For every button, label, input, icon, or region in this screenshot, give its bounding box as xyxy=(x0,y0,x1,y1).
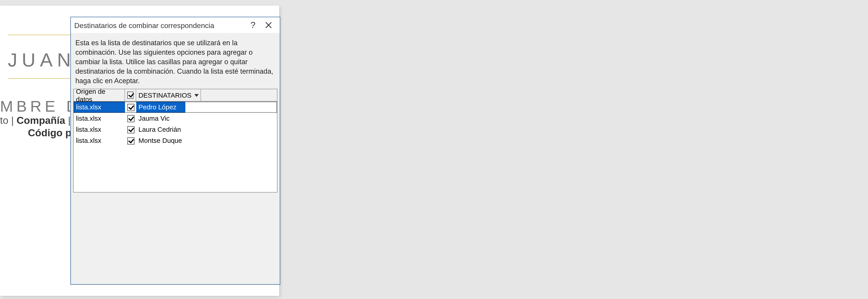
check-icon xyxy=(127,92,133,99)
cell-source: lista.xlsx xyxy=(74,124,125,135)
cell-source: lista.xlsx xyxy=(74,135,125,146)
check-icon xyxy=(127,104,134,111)
cell-recipient: Pedro López xyxy=(136,102,185,113)
table-row[interactable]: lista.xlsxJauma Vic xyxy=(74,113,277,124)
close-icon xyxy=(265,22,272,29)
row-checkbox[interactable] xyxy=(125,135,136,146)
check-icon xyxy=(127,115,134,122)
dialog-titlebar[interactable]: Destinatarios de combinar correspondenci… xyxy=(71,18,280,33)
recipients-grid: Origen de datos DESTINATARIOS lista.xlsx… xyxy=(73,89,278,193)
dialog-title: Destinatarios de combinar correspondenci… xyxy=(74,21,245,29)
help-button[interactable]: ? xyxy=(245,19,260,32)
cell-recipient: Laura Cedrián xyxy=(136,124,185,135)
row-checkbox[interactable] xyxy=(125,113,136,124)
col-header-checkall[interactable] xyxy=(125,90,136,101)
chevron-down-icon xyxy=(194,94,199,97)
dialog-description: Esta es la lista de destinatarios que se… xyxy=(71,33,280,89)
cell-source: lista.xlsx xyxy=(74,102,125,113)
cell-recipient: Jauma Vic xyxy=(136,113,185,124)
table-row[interactable]: lista.xlsxLaura Cedrián xyxy=(74,124,277,135)
table-row[interactable]: lista.xlsxMontse Duque xyxy=(74,135,277,146)
check-icon xyxy=(127,137,134,144)
grid-body: lista.xlsxPedro Lópezlista.xlsxJauma Vic… xyxy=(74,102,277,146)
close-button[interactable] xyxy=(260,19,276,32)
grid-header-row: Origen de datos DESTINATARIOS xyxy=(74,90,277,102)
cell-source: lista.xlsx xyxy=(74,113,125,124)
check-icon xyxy=(127,126,134,133)
mail-merge-recipients-dialog: Destinatarios de combinar correspondenci… xyxy=(70,17,280,285)
row-checkbox[interactable] xyxy=(125,124,136,135)
cell-recipient: Montse Duque xyxy=(136,135,185,146)
col-header-recipients[interactable]: DESTINATARIOS xyxy=(136,90,201,101)
row-checkbox[interactable] xyxy=(125,102,136,113)
col-header-recipients-label: DESTINATARIOS xyxy=(138,92,191,99)
table-row[interactable]: lista.xlsxPedro López xyxy=(74,102,277,113)
col-header-source[interactable]: Origen de datos xyxy=(74,90,125,101)
